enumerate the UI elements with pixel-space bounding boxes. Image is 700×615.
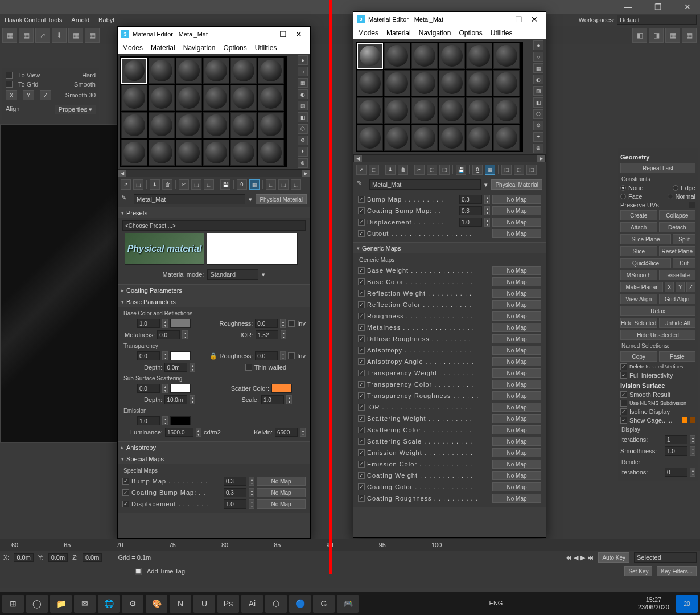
map-check[interactable]	[358, 438, 365, 445]
preserve-check[interactable]	[689, 202, 695, 208]
material-slot[interactable]	[176, 58, 202, 84]
emis-spinner[interactable]: 1.0	[137, 416, 160, 425]
smaps-header[interactable]: Special Maps	[118, 453, 310, 464]
material-slot[interactable]	[121, 85, 147, 111]
scroll-right[interactable]: ▶	[537, 155, 545, 162]
toolbar-icon[interactable]: 💾	[220, 179, 230, 190]
inv-check[interactable]	[288, 352, 295, 359]
map-button[interactable]: No Map	[492, 206, 541, 215]
min-button[interactable]: —	[495, 15, 510, 24]
map-check[interactable]	[358, 347, 365, 354]
sidetool-icon[interactable]: ⬡	[533, 109, 543, 119]
toolbar-icon[interactable]: ⬇	[150, 179, 160, 190]
material-slot[interactable]	[357, 125, 383, 151]
map-button[interactable]: No Map	[492, 368, 541, 378]
map-button[interactable]: No Map	[492, 414, 541, 423]
map-check[interactable]	[358, 219, 365, 226]
sidetool-icon[interactable]: ○	[533, 52, 543, 62]
tess-button[interactable]: Tessellate	[659, 270, 696, 280]
toolbar-icon[interactable]: ⬚	[291, 179, 301, 190]
hidesel-button[interactable]: Hide Selected	[620, 318, 657, 328]
map-check[interactable]	[358, 290, 365, 297]
z-field[interactable]: 0.0m	[83, 553, 102, 562]
toolbar-icon[interactable]: ◧	[632, 28, 647, 43]
material-slot[interactable]	[411, 43, 438, 69]
map-button[interactable]: No Map	[257, 477, 306, 486]
smooth-label[interactable]: Smooth	[74, 81, 96, 88]
toview-check[interactable]	[6, 72, 13, 79]
material-slot[interactable]	[121, 58, 147, 84]
menu-navigation[interactable]: Navigation	[183, 44, 216, 52]
material-slot[interactable]	[176, 85, 202, 111]
material-slot[interactable]	[258, 58, 284, 84]
map-amount[interactable]: 0.3	[459, 195, 482, 204]
viewport[interactable]	[0, 124, 131, 443]
unhide-button[interactable]: Unhide All	[659, 318, 696, 328]
material-slot[interactable]	[466, 70, 492, 96]
sidetool-icon[interactable]: ●	[298, 55, 308, 65]
autokey-button[interactable]: Auto Key	[598, 552, 629, 563]
material-slot[interactable]	[357, 97, 383, 124]
thinwalled-check[interactable]	[245, 364, 252, 371]
troughness-spinner[interactable]: 0.0	[255, 351, 278, 360]
map-button[interactable]: No Map	[492, 403, 541, 412]
sidetool-icon[interactable]: ●	[533, 40, 543, 50]
material-type-button[interactable]: Physical Material	[256, 194, 307, 204]
map-check[interactable]	[358, 483, 365, 490]
menu-havok[interactable]: Havok Content Tools	[5, 17, 62, 23]
material-type-button[interactable]: Physical Material	[491, 179, 542, 190]
keyfilters-button[interactable]: Key Filters...	[657, 566, 697, 576]
toolbar-icon[interactable]: ⬚	[501, 165, 512, 175]
menu-modes[interactable]: Modes	[358, 29, 378, 37]
material-slot[interactable]	[203, 85, 229, 111]
toolbar-icon[interactable]: ✂	[414, 165, 425, 175]
roughness-spinner[interactable]: 0.0	[255, 319, 278, 328]
toolbar-icon[interactable]: ⬚	[204, 179, 214, 190]
x-field[interactable]: 0.0m	[14, 553, 33, 562]
material-slot[interactable]	[411, 125, 438, 151]
map-button[interactable]: No Map	[257, 499, 306, 509]
map-check[interactable]	[122, 501, 129, 507]
taskbar-icon[interactable]: 🌐	[98, 594, 120, 613]
matmode-dropdown[interactable]: Standard	[207, 269, 258, 280]
map-check[interactable]	[358, 335, 365, 342]
fullint-check[interactable]	[620, 372, 627, 379]
min-button[interactable]: —	[259, 30, 275, 39]
msmooth-button[interactable]: MSmooth	[620, 270, 657, 280]
create-button[interactable]: Create	[620, 210, 657, 220]
taskbar-icon[interactable]: ⬡	[265, 594, 287, 613]
relax-button[interactable]: Relax	[620, 306, 695, 316]
map-button[interactable]: No Map	[492, 460, 541, 469]
attach-button[interactable]: Attach	[620, 222, 657, 232]
map-check[interactable]	[358, 207, 365, 214]
map-check[interactable]	[358, 196, 365, 203]
material-slot[interactable]	[203, 112, 229, 138]
map-amount[interactable]: 1.0	[224, 499, 246, 509]
material-slot[interactable]	[384, 70, 410, 96]
quickslice-button[interactable]: QuickSlice	[620, 258, 671, 268]
titlebar[interactable]: 3 Material Editor - Metal_Mat — ☐ ✕	[353, 12, 546, 27]
toolbar-icon[interactable]: ▦	[485, 165, 495, 175]
map-button[interactable]: No Map	[492, 391, 541, 400]
metalness-spinner[interactable]: 0.0	[157, 330, 180, 339]
toolbar-icon[interactable]: 0̲	[472, 165, 483, 175]
map-button[interactable]: No Map	[492, 334, 541, 343]
coating-header[interactable]: Coating Parameters	[118, 284, 310, 296]
scroll-right[interactable]: ▶	[302, 170, 310, 177]
material-slot[interactable]	[466, 43, 492, 69]
material-slot[interactable]	[230, 58, 257, 84]
material-slot[interactable]	[357, 43, 383, 69]
viewalign-button[interactable]: View Align	[620, 294, 657, 304]
map-button[interactable]: No Map	[492, 471, 541, 480]
material-slot[interactable]	[466, 97, 492, 124]
basic-header[interactable]: Basic Parameters	[118, 296, 310, 307]
lum-spinner[interactable]: 1500.0	[165, 428, 193, 437]
taskbar-icon[interactable]: Ai	[241, 594, 263, 613]
sss-swatch[interactable]	[170, 384, 191, 393]
toolbar-icon[interactable]: ▦	[665, 28, 680, 43]
toolbar-icon[interactable]: 💾	[456, 165, 466, 175]
material-slot[interactable]	[466, 125, 492, 151]
tray-clock[interactable]: 15:2723/06/2020	[633, 596, 674, 611]
material-slot[interactable]	[149, 58, 175, 84]
toolbar-icon[interactable]: ⬇	[52, 28, 67, 43]
